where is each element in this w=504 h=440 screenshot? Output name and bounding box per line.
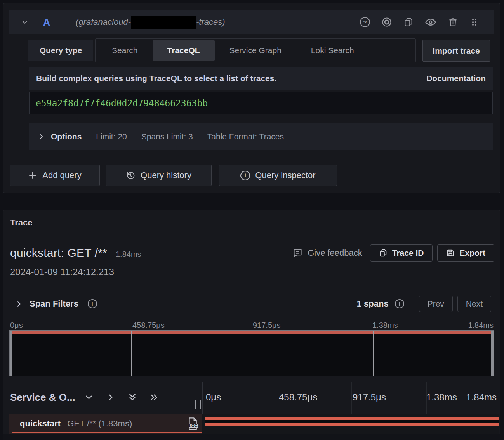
minimap-tick: 0μs <box>10 321 23 330</box>
trace-timestamp: 2024-01-09 11:24:12.213 <box>10 267 114 277</box>
comment-icon <box>292 248 303 258</box>
span-count: 1 spans <box>357 299 389 309</box>
minimap-gridline <box>131 331 132 376</box>
span-color-underline <box>12 432 202 433</box>
double-chevron-right-icon[interactable] <box>149 392 159 402</box>
traceql-hint-text: Build complex queries using TraceQL to s… <box>36 74 276 83</box>
chevron-down-icon[interactable] <box>21 18 29 26</box>
add-query-button[interactable]: Add query <box>10 165 100 186</box>
span-duration-bar[interactable] <box>205 417 499 426</box>
minimap-tick: 917.5μs <box>253 321 281 330</box>
traceql-hint-strip: Build complex queries using TraceQL to s… <box>29 67 493 90</box>
minimap-tick-labels: 0μs 458.75μs 917.5μs 1.38ms 1.84ms <box>3 321 500 330</box>
next-span-button[interactable]: Next <box>457 296 491 312</box>
span-row-label[interactable]: quickstart GET /** (1.83ms) LOG <box>9 414 202 434</box>
history-icon <box>126 171 136 180</box>
trace-timeline-minimap[interactable] <box>9 330 494 376</box>
query-editor-panel: A (grafanacloud--traces) ? <box>3 3 500 193</box>
span-filters-actions: 1 spans i Prev Next <box>357 296 491 312</box>
chevron-down-icon[interactable] <box>84 392 94 402</box>
minimap-gridline <box>252 331 252 376</box>
trace-name: quickstart: GET /** <box>10 246 107 260</box>
service-operation-column-header[interactable]: Service & O... <box>10 391 75 404</box>
eye-icon[interactable] <box>425 16 436 28</box>
options-label: Options <box>51 132 82 141</box>
chevron-right-icon[interactable] <box>106 392 116 402</box>
query-row-actions: ? <box>360 16 479 28</box>
timeline-header: Service & O... 0μs 458.75μ <box>3 382 500 412</box>
grafana-explore-screen: A (grafanacloud--traces) ? <box>0 0 504 440</box>
plus-icon <box>28 171 37 180</box>
options-row[interactable]: Options Limit: 20 Spans Limit: 3 Table F… <box>29 123 493 150</box>
give-feedback-link[interactable]: Give feedback <box>292 248 362 258</box>
tab-loki-search[interactable]: Loki Search <box>296 40 369 61</box>
info-icon: i <box>240 171 250 180</box>
span-filters-row: Span Filters i 1 spans i Prev Next <box>3 289 500 318</box>
span-bar-area <box>202 414 499 434</box>
datasource-title-prefix: (grafanacloud- <box>76 17 131 27</box>
timeline-tick: 1.84ms <box>466 392 497 403</box>
copy-icon <box>379 249 388 257</box>
datasource-title-suffix: -traces) <box>196 17 225 27</box>
minimap-tick: 458.75μs <box>132 321 165 330</box>
chevron-right-icon[interactable] <box>38 133 45 140</box>
span-row[interactable]: quickstart GET /** (1.83ms) LOG <box>3 414 500 434</box>
record-circle-icon[interactable] <box>381 17 392 28</box>
trace-duration: 1.84ms <box>116 250 141 259</box>
options-limit: Limit: 20 <box>96 132 127 141</box>
prev-span-button[interactable]: Prev <box>419 296 453 312</box>
trash-icon[interactable] <box>448 17 458 28</box>
log-badge-text: LOG <box>189 424 198 428</box>
timeline-tick: 1.38ms <box>426 392 457 403</box>
drag-handle-icon[interactable] <box>469 17 479 27</box>
span-timeline: Service & O... 0μs 458.75μ <box>3 382 500 440</box>
query-type-tabs: Search TraceQL Service Graph Loki Search <box>95 38 416 62</box>
copy-query-icon[interactable] <box>403 17 414 27</box>
timeline-empty-area <box>3 434 500 440</box>
trace-panel-title: Trace <box>10 218 33 228</box>
traceql-query-input[interactable]: e59a2f8d7f7f46d0d2d79484662363bb <box>29 92 493 114</box>
trace-id-button[interactable]: Trace ID <box>370 244 433 262</box>
info-icon[interactable]: i <box>88 299 97 308</box>
timeline-tick: 458.75μs <box>279 392 317 403</box>
options-table-format: Table Format: Traces <box>207 132 284 141</box>
timeline-tick: 0μs <box>206 392 221 403</box>
minimap-left-handle[interactable] <box>10 331 12 376</box>
minimap-tick: 1.38ms <box>372 321 398 330</box>
save-icon <box>446 249 455 257</box>
tab-service-graph[interactable]: Service Graph <box>215 40 296 61</box>
query-ref-id: A <box>43 17 50 28</box>
query-row-header: A (grafanacloud--traces) ? <box>9 10 494 34</box>
import-trace-button[interactable]: Import trace <box>422 40 490 62</box>
datasource-title: (grafanacloud--traces) <box>76 16 225 29</box>
minimap-tick: 1.84ms <box>468 321 494 330</box>
double-chevron-down-icon[interactable] <box>127 392 137 402</box>
span-service-name: quickstart <box>20 419 61 429</box>
trace-header: quickstart: GET /** 1.84ms Give feedback… <box>10 244 494 262</box>
span-operation-duration: GET /** (1.83ms) <box>67 419 132 429</box>
help-icon[interactable]: ? <box>360 17 370 27</box>
export-button[interactable]: Export <box>437 244 494 262</box>
query-history-button[interactable]: Query history <box>106 165 212 186</box>
tab-search[interactable]: Search <box>97 40 153 61</box>
documentation-link[interactable]: Documentation <box>426 74 486 83</box>
timeline-tick: 917.5μs <box>353 392 386 403</box>
info-icon[interactable]: i <box>395 299 404 308</box>
chevron-right-icon[interactable] <box>15 300 23 308</box>
tab-traceql[interactable]: TraceQL <box>153 40 215 61</box>
timeline-left-header: Service & O... <box>10 382 171 412</box>
minimap-gridline <box>373 331 374 376</box>
options-spans-limit: Spans Limit: 3 <box>141 132 193 141</box>
query-type-label: Query type <box>28 40 93 61</box>
minimap-right-handle[interactable] <box>491 331 494 376</box>
redaction-box <box>131 16 196 29</box>
log-file-icon[interactable]: LOG <box>187 417 198 430</box>
span-filters-label: Span Filters <box>30 299 78 309</box>
trace-panel: Trace quickstart: GET /** 1.84ms Give fe… <box>3 210 500 440</box>
column-resize-handle[interactable] <box>195 400 201 409</box>
query-inspector-button[interactable]: i Query inspector <box>219 165 337 186</box>
